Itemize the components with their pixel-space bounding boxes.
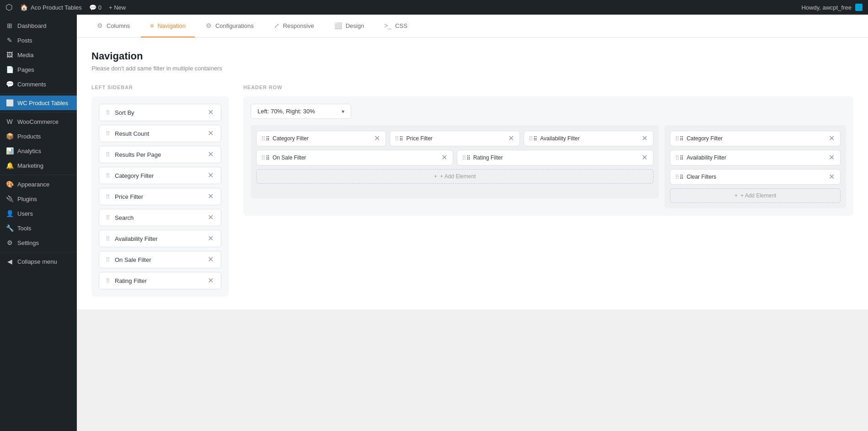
remove-on-sale-filter[interactable]: ✕ — [207, 256, 214, 263]
right-filter-category[interactable]: ⠿ Category Filter ✕ — [670, 131, 841, 146]
remove-h-on-sale[interactable]: ✕ — [440, 154, 448, 161]
sidebar-label-settings: Settings — [17, 239, 39, 246]
sidebar-item-wc-product-tables[interactable]: ⬜ WC Product Tables — [0, 96, 77, 110]
filter-item-rating-filter[interactable]: Rating Filter ✕ — [99, 272, 221, 289]
header-row-inner: ⠿ Category Filter ✕ ⠿ — [251, 125, 846, 208]
drag-handle-price-filter[interactable] — [106, 194, 110, 200]
remove-h-price[interactable]: ✕ — [507, 135, 515, 142]
sidebar-item-woocommerce[interactable]: W WooCommerce — [0, 114, 77, 129]
add-icon-right: + — [734, 192, 738, 199]
drag-handle-results-per-page[interactable] — [106, 152, 110, 158]
header-filter-price[interactable]: ⠿ Price Filter ✕ — [390, 131, 520, 146]
admin-bar: ⬡ 🏠 Aco Product Tables 💬 0 + New Howdy, … — [0, 0, 868, 15]
split-selector[interactable]: Left: 70%, Right: 30% ▾ — [251, 104, 351, 119]
right-filter-clear[interactable]: ⠿ Clear Filters ✕ — [670, 169, 841, 185]
header-filter-category[interactable]: ⠿ Category Filter ✕ — [256, 131, 386, 146]
site-name[interactable]: 🏠 Aco Product Tables — [20, 4, 82, 11]
sidebar-sep-1 — [0, 93, 77, 94]
sidebar-item-comments[interactable]: 💬 Comments — [0, 77, 77, 91]
right-filter-availability[interactable]: ⠿ Availability Filter ✕ — [670, 150, 841, 165]
drag-handle-r-category[interactable]: ⠿ — [675, 135, 684, 142]
sidebar-item-dashboard[interactable]: ⊞ Dashboard — [0, 18, 77, 33]
add-element-right[interactable]: + + Add Element — [670, 188, 841, 203]
remove-sort-by[interactable]: ✕ — [207, 109, 214, 116]
drag-handle-h-availability[interactable]: ⠿ — [529, 135, 537, 142]
drag-handle-rating-filter[interactable] — [106, 278, 110, 284]
remove-results-per-page[interactable]: ✕ — [207, 151, 214, 158]
sidebar-item-media[interactable]: 🖼 Media — [0, 48, 77, 62]
sidebar-item-marketing[interactable]: 🔔 Marketing — [0, 158, 77, 173]
remove-r-clear[interactable]: ✕ — [828, 173, 836, 181]
remove-price-filter[interactable]: ✕ — [207, 193, 214, 200]
sidebar-item-products[interactable]: 📦 Products — [0, 129, 77, 144]
remove-h-availability[interactable]: ✕ — [641, 135, 648, 142]
filter-item-search[interactable]: Search ✕ — [99, 209, 221, 226]
remove-h-category[interactable]: ✕ — [373, 135, 381, 142]
filter-item-results-per-page[interactable]: Results Per Page ✕ — [99, 146, 221, 163]
wp-logo-icon[interactable]: ⬡ — [5, 3, 13, 11]
responsive-tab-icon: ⤢ — [274, 22, 279, 29]
tab-navigation[interactable]: ≡ Navigation — [141, 15, 195, 37]
filter-label-on-sale-filter: On Sale Filter — [115, 256, 151, 263]
tab-columns[interactable]: ⚙ Columns — [88, 15, 139, 37]
drag-handle-r-clear[interactable]: ⠿ — [675, 174, 684, 181]
sidebar-label-pages: Pages — [17, 66, 34, 73]
drag-handle-h-category[interactable]: ⠿ — [261, 135, 270, 142]
chevron-down-icon: ▾ — [342, 108, 344, 115]
tab-css[interactable]: >_ CSS — [375, 15, 417, 37]
tab-responsive[interactable]: ⤢ Responsive — [265, 15, 323, 37]
sidebar-item-collapse[interactable]: ◀ Collapse menu — [0, 254, 77, 269]
plugins-icon: 🔌 — [5, 195, 14, 202]
site-name-label: Aco Product Tables — [31, 4, 82, 11]
sidebar-item-tools[interactable]: 🔧 Tools — [0, 221, 77, 235]
header-filter-rating[interactable]: ⠿ Rating Filter ✕ — [457, 150, 654, 165]
drag-handle-category-filter[interactable] — [106, 173, 110, 179]
filter-item-result-count[interactable]: Result Count ✕ — [99, 125, 221, 142]
filter-item-availability-filter[interactable]: Availability Filter ✕ — [99, 230, 221, 247]
remove-result-count[interactable]: ✕ — [207, 130, 214, 137]
tab-design[interactable]: ⬜ Design — [325, 15, 373, 37]
drag-handle-result-count[interactable] — [106, 131, 110, 137]
sidebar-item-posts[interactable]: ✎ Posts — [0, 33, 77, 48]
header-filter-availability[interactable]: ⠿ Availability Filter ✕ — [524, 131, 654, 146]
sidebar-item-pages[interactable]: 📄 Pages — [0, 62, 77, 77]
drag-handle-availability-filter[interactable] — [106, 236, 110, 242]
header-filter-on-sale[interactable]: ⠿ On Sale Filter ✕ — [256, 150, 453, 165]
filter-item-sort-by[interactable]: Sort By ✕ — [99, 104, 221, 121]
sidebar-item-appearance[interactable]: 🎨 Appearance — [0, 177, 77, 192]
drag-handle-sort-by[interactable] — [106, 110, 110, 116]
drag-handle-search[interactable] — [106, 215, 110, 221]
comments-link[interactable]: 💬 0 — [89, 4, 102, 11]
add-element-right-label: + Add Element — [740, 192, 776, 199]
wc-product-tables-icon: ⬜ — [5, 99, 14, 106]
sidebar-item-analytics[interactable]: 📊 Analytics — [0, 144, 77, 158]
header-filter-label-category: Category Filter — [273, 135, 309, 142]
add-element-left[interactable]: + + Add Element — [256, 169, 654, 184]
filter-item-on-sale-filter[interactable]: On Sale Filter ✕ — [99, 251, 221, 268]
sidebar-sep-3 — [0, 175, 77, 175]
sidebar-label-users: Users — [17, 210, 33, 217]
sidebar-item-plugins[interactable]: 🔌 Plugins — [0, 192, 77, 206]
filter-item-category-filter[interactable]: Category Filter ✕ — [99, 167, 221, 184]
drag-handle-h-on-sale[interactable]: ⠿ — [261, 154, 270, 161]
tab-configurations[interactable]: ⚙ Configurations — [197, 15, 263, 37]
plugin-page: ⚙ Columns ≡ Navigation ⚙ Configurations … — [77, 15, 868, 309]
remove-r-category[interactable]: ✕ — [828, 135, 836, 142]
drag-handle-h-rating[interactable]: ⠿ — [462, 154, 471, 161]
drag-handle-h-price[interactable]: ⠿ — [395, 135, 403, 142]
sidebar-item-settings[interactable]: ⚙ Settings — [0, 235, 77, 250]
drag-handle-r-availability[interactable]: ⠿ — [675, 154, 684, 161]
sidebar-item-users[interactable]: 👤 Users — [0, 206, 77, 221]
remove-rating-filter[interactable]: ✕ — [207, 277, 214, 284]
sidebar-label-plugins: Plugins — [17, 196, 37, 202]
page-subtitle: Please don't add same filter in multiple… — [91, 65, 853, 72]
remove-h-rating[interactable]: ✕ — [641, 154, 648, 161]
remove-category-filter[interactable]: ✕ — [207, 172, 214, 179]
remove-search[interactable]: ✕ — [207, 214, 214, 221]
drag-handle-on-sale-filter[interactable] — [106, 257, 110, 263]
filter-item-price-filter[interactable]: Price Filter ✕ — [99, 188, 221, 205]
comment-count: 0 — [98, 4, 102, 11]
new-button[interactable]: + New — [109, 4, 126, 11]
remove-r-availability[interactable]: ✕ — [828, 154, 836, 161]
remove-availability-filter[interactable]: ✕ — [207, 235, 214, 242]
